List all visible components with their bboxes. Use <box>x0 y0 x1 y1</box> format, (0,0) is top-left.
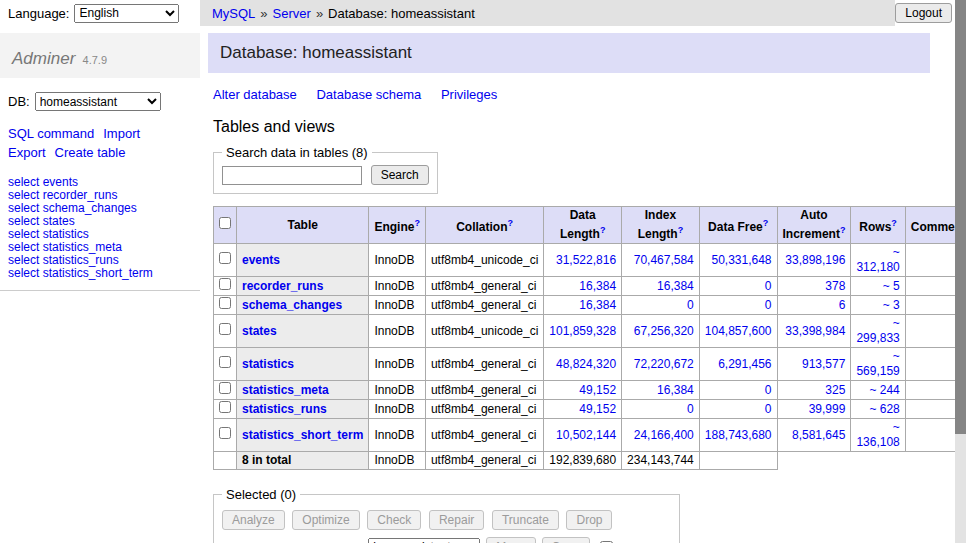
scrollbar-thumb[interactable] <box>955 0 966 434</box>
row-select-checkbox[interactable] <box>219 382 231 394</box>
collation-help-link[interactable]: ? <box>508 218 514 228</box>
data-free-help-link[interactable]: ? <box>763 218 769 228</box>
row-select-checkbox[interactable] <box>219 297 231 309</box>
breadcrumb-mysql-link[interactable]: MySQL <box>212 6 255 21</box>
auto-increment-link[interactable]: 325 <box>825 383 845 397</box>
rows-count-link[interactable]: ~ 244 <box>869 383 899 397</box>
sidebar-item-statistics[interactable]: select statistics <box>8 228 192 241</box>
data-length-link[interactable]: 48,824,320 <box>556 357 616 371</box>
table-row: statistics InnoDB utf8mb4_general_ci 48,… <box>214 348 966 381</box>
table-row: statistics_runs InnoDB utf8mb4_general_c… <box>214 400 966 419</box>
sidebar-item-events[interactable]: select events <box>8 176 192 189</box>
table-link[interactable]: statistics_runs <box>242 402 327 416</box>
copy-button: Copy <box>542 537 590 543</box>
table-row: events InnoDB utf8mb4_unicode_ci 31,522,… <box>214 244 966 277</box>
index-length-link[interactable]: 67,256,320 <box>634 324 694 338</box>
table-link[interactable]: statistics_meta <box>242 383 329 397</box>
data-length-link[interactable]: 49,152 <box>579 383 616 397</box>
header-row: Table Engine? Collation? Data Length? In… <box>214 207 966 244</box>
data-length-help-link[interactable]: ? <box>600 225 606 235</box>
rows-count-link[interactable]: ~ 136,108 <box>856 420 899 449</box>
data-free-link[interactable]: 0 <box>765 383 772 397</box>
sidebar-item-states[interactable]: select states <box>8 215 192 228</box>
table-link[interactable]: statistics <box>242 357 294 371</box>
breadcrumb-separator: » <box>316 6 323 21</box>
auto-increment-link[interactable]: 6 <box>839 298 846 312</box>
db-select[interactable]: homeassistant <box>35 92 161 111</box>
search-input[interactable] <box>222 166 362 185</box>
select-all-checkbox[interactable] <box>219 217 231 229</box>
breadcrumb-server-link[interactable]: Server <box>273 6 311 21</box>
data-free-link[interactable]: 0 <box>765 279 772 293</box>
sidebar-item-recorder-runs[interactable]: select recorder_runs <box>8 189 192 202</box>
sidebar-item-statistics-short-term[interactable]: select statistics_short_term <box>8 267 192 280</box>
selected-buttons-row: Analyze Optimize Check Repair Truncate D… <box>222 510 671 530</box>
auto-increment-link[interactable]: 33,898,196 <box>785 253 845 267</box>
row-select-checkbox[interactable] <box>219 427 231 439</box>
data-length-link[interactable]: 16,384 <box>579 279 616 293</box>
row-select-checkbox[interactable] <box>219 323 231 335</box>
data-free-link[interactable]: 6,291,456 <box>718 357 771 371</box>
sidebar-create-table-link[interactable]: Create table <box>55 145 126 160</box>
rows-help-link[interactable]: ? <box>891 218 897 228</box>
sidebar-export-link[interactable]: Export <box>8 145 46 160</box>
table-link[interactable]: events <box>242 253 280 267</box>
auto-increment-link[interactable]: 913,577 <box>802 357 845 371</box>
rows-count-link[interactable]: ~ 628 <box>869 402 899 416</box>
rows-count-link[interactable]: ~ 569,159 <box>856 349 899 378</box>
row-select-checkbox[interactable] <box>219 252 231 264</box>
database-schema-link[interactable]: Database schema <box>316 87 421 102</box>
auto-increment-link[interactable]: 39,999 <box>809 402 846 416</box>
auto-increment-help-link[interactable]: ? <box>840 225 846 235</box>
row-select-checkbox[interactable] <box>219 278 231 290</box>
sidebar-sql-command-link[interactable]: SQL command <box>8 126 94 141</box>
data-free-link[interactable]: 0 <box>765 298 772 312</box>
data-length-link[interactable]: 16,384 <box>579 298 616 312</box>
vertical-scrollbar[interactable] <box>955 0 966 543</box>
sidebar-item-statistics-meta[interactable]: select statistics_meta <box>8 241 192 254</box>
data-length-link[interactable]: 101,859,328 <box>549 324 616 338</box>
data-free-link[interactable]: 0 <box>765 402 772 416</box>
engine-help-link[interactable]: ? <box>414 218 420 228</box>
privileges-link[interactable]: Privileges <box>441 87 497 102</box>
alter-database-link[interactable]: Alter database <box>213 87 297 102</box>
search-button[interactable]: Search <box>371 165 429 185</box>
data-length-link[interactable]: 49,152 <box>579 402 616 416</box>
table-name-cell: recorder_runs <box>237 277 369 296</box>
table-link[interactable]: statistics_short_term <box>242 428 363 442</box>
index-length-link[interactable]: 0 <box>687 298 694 312</box>
sidebar-item-schema-changes[interactable]: select schema_changes <box>8 202 192 215</box>
rows-count-link[interactable]: ~ 3 <box>883 298 900 312</box>
index-length-link[interactable]: 0 <box>687 402 694 416</box>
index-length-link[interactable]: 16,384 <box>657 279 694 293</box>
data-free-link[interactable]: 50,331,648 <box>711 253 771 267</box>
row-select-checkbox[interactable] <box>219 356 231 368</box>
index-length-link[interactable]: 24,166,400 <box>634 428 694 442</box>
index-length-link[interactable]: 70,467,584 <box>634 253 694 267</box>
app-name[interactable]: Adminer <box>12 49 75 68</box>
index-length-help-link[interactable]: ? <box>678 225 684 235</box>
language-select[interactable]: English <box>74 4 179 23</box>
row-select-checkbox[interactable] <box>219 401 231 413</box>
table-link[interactable]: states <box>242 324 277 338</box>
sidebar-import-link[interactable]: Import <box>103 126 140 141</box>
rows-count-link[interactable]: ~ 299,833 <box>856 316 899 345</box>
data-free-link[interactable]: 104,857,600 <box>705 324 772 338</box>
rows-count-link[interactable]: ~ 312,180 <box>856 245 899 274</box>
data-free-link[interactable]: 188,743,680 <box>705 428 772 442</box>
database-actions: Alter database Database schema Privilege… <box>213 87 966 102</box>
table-name-cell: states <box>237 315 369 348</box>
table-link[interactable]: recorder_runs <box>242 279 323 293</box>
move-db-select[interactable]: homeassistant <box>368 538 480 543</box>
table-link[interactable]: schema_changes <box>242 298 342 312</box>
sidebar-item-statistics-runs[interactable]: select statistics_runs <box>8 254 192 267</box>
data-length-link[interactable]: 31,522,816 <box>556 253 616 267</box>
data-length-link[interactable]: 10,502,144 <box>556 428 616 442</box>
logout-button[interactable]: Logout <box>895 3 952 23</box>
rows-count-link[interactable]: ~ 5 <box>883 279 900 293</box>
index-length-link[interactable]: 16,384 <box>657 383 694 397</box>
auto-increment-link[interactable]: 33,398,984 <box>785 324 845 338</box>
auto-increment-link[interactable]: 378 <box>825 279 845 293</box>
index-length-link[interactable]: 72,220,672 <box>634 357 694 371</box>
auto-increment-link[interactable]: 8,581,645 <box>792 428 845 442</box>
